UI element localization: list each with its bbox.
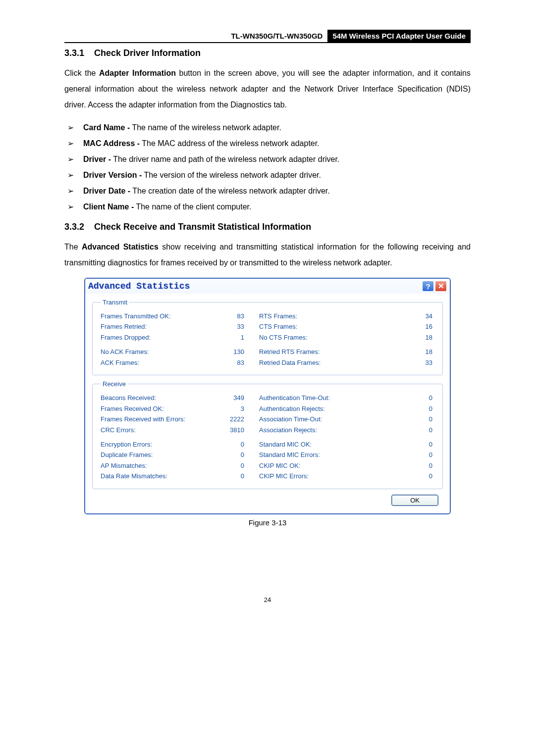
list-item: Driver - The driver name and path of the…	[66, 151, 471, 167]
stat-row: AP Mismatches:0CKIP MIC OK:0	[101, 460, 434, 471]
list-item: Driver Date - The creation date of the w…	[66, 183, 471, 199]
stat-label: AP Mismatches:	[101, 460, 224, 471]
transmit-legend: Transmit	[101, 299, 129, 306]
stat-label: Duplicate Frames:	[101, 450, 224, 460]
stat-row: Frames Received OK:3Authentication Rejec…	[101, 403, 434, 414]
bold-text: Advanced Statistics	[82, 243, 159, 251]
section-331-title: 3.3.1 Check Driver Information	[64, 48, 471, 58]
bullet-bold: Card Name -	[83, 123, 130, 132]
list-item: Driver Version - The version of the wire…	[66, 167, 471, 183]
stat-value: 3	[224, 403, 259, 414]
stat-label: Association Rejects:	[259, 425, 378, 435]
dialog-title: Advanced Statistics	[88, 281, 421, 291]
section-331-para: Click the Adapter Information button in …	[64, 65, 471, 113]
stat-value: 33	[224, 321, 259, 332]
bullet-text: The driver name and path of the wireless…	[111, 155, 339, 163]
text: The	[64, 243, 82, 251]
stat-label: No CTS Frames:	[259, 332, 378, 343]
section-332-para: The Advanced Statistics show receiving a…	[64, 239, 471, 271]
stat-row: Encryption Errors:0Standard MIC OK:0	[101, 439, 434, 450]
bullet-bold: MAC Address -	[83, 139, 140, 148]
bullet-text: The version of the wireless network adap…	[142, 171, 321, 179]
stat-label: Retried RTS Frames:	[259, 347, 378, 357]
stat-value: 0	[224, 460, 259, 471]
stat-row: ACK Frames:83Retried Data Frames:33	[101, 357, 434, 368]
stat-value: 1	[224, 332, 259, 343]
page-number: 24	[64, 596, 471, 604]
stat-row: Frames Dropped:1No CTS Frames:18	[101, 332, 434, 343]
stat-value: 0	[224, 471, 259, 481]
stat-label: Association Time-Out:	[259, 414, 378, 424]
stat-value: 0	[378, 450, 434, 460]
stat-label: Data Rate Mismatches:	[101, 471, 224, 481]
header-right-text: 54M Wireless PCI Adapter User Guide	[327, 30, 471, 42]
stat-row: No ACK Frames:130Retried RTS Frames:18	[101, 347, 434, 357]
bullet-bold: Driver Date -	[83, 187, 130, 195]
stat-label: Encryption Errors:	[101, 439, 224, 450]
stat-value: 0	[378, 425, 434, 435]
stat-value: 34	[378, 311, 434, 321]
bullet-bold: Driver Version -	[83, 171, 142, 179]
stat-value: 130	[224, 347, 259, 357]
bullet-text: The MAC address of the wireless network …	[140, 139, 320, 148]
receive-group: Receive Beacons Received:349Authenticati…	[92, 380, 443, 489]
stat-label: CKIP MIC Errors:	[259, 471, 378, 481]
stat-value: 0	[378, 460, 434, 471]
stat-value: 3810	[224, 425, 259, 435]
bullet-bold: Driver -	[83, 155, 111, 163]
stat-label: Frames Retried:	[101, 321, 224, 332]
help-icon[interactable]: ?	[422, 281, 434, 292]
stat-label: Frames Transmitted OK:	[101, 311, 224, 321]
stat-label: RTS Frames:	[259, 311, 378, 321]
stat-label: CTS Frames:	[259, 321, 378, 332]
stat-label: Retried Data Frames:	[259, 357, 378, 368]
list-item: Client Name - The name of the client com…	[66, 199, 471, 215]
advanced-statistics-dialog: Advanced Statistics ? ✕ Transmit Frames …	[84, 278, 451, 514]
stat-label: Standard MIC OK:	[259, 439, 378, 450]
section-331-bullets: Card Name - The name of the wireless net…	[64, 120, 471, 215]
close-icon[interactable]: ✕	[435, 281, 447, 292]
stat-value: 0	[378, 403, 434, 414]
stat-row: Frames Transmitted OK:83RTS Frames:34	[101, 311, 434, 321]
stat-value: 83	[224, 311, 259, 321]
dialog-titlebar: Advanced Statistics ? ✕	[85, 279, 450, 294]
stat-row: CRC Errors:3810Association Rejects:0	[101, 425, 434, 435]
stat-label: Authentication Time-Out:	[259, 393, 378, 403]
stat-value: 0	[378, 439, 434, 450]
stat-label: No ACK Frames:	[101, 347, 224, 357]
list-item: Card Name - The name of the wireless net…	[66, 120, 471, 136]
dialog-body: Transmit Frames Transmitted OK:83RTS Fra…	[85, 294, 450, 513]
stat-label: CKIP MIC OK:	[259, 460, 378, 471]
section-num: 3.3.1	[64, 48, 84, 58]
stat-label: Frames Dropped:	[101, 332, 224, 343]
stat-value: 0	[224, 450, 259, 460]
stat-row: Beacons Received:349Authentication Time-…	[101, 393, 434, 403]
section-332-title: 3.3.2 Check Receive and Transmit Statist…	[64, 222, 471, 232]
bold-text: Adapter Information	[99, 69, 176, 77]
stat-value: 0	[378, 393, 434, 403]
stat-value: 349	[224, 393, 259, 403]
header-left-text: TL-WN350G/TL-WN350GD	[64, 30, 327, 42]
list-item: MAC Address - The MAC address of the wir…	[66, 136, 471, 151]
bullet-bold: Client Name -	[83, 202, 134, 211]
figure-caption: Figure 3-13	[64, 518, 471, 527]
stat-label: ACK Frames:	[101, 357, 224, 368]
text: Click the	[64, 69, 99, 77]
ok-button[interactable]: OK	[392, 495, 438, 505]
stat-value: 0	[224, 439, 259, 450]
section-text: Check Driver Information	[94, 48, 201, 58]
stat-row: Frames Received with Errors:2222Associat…	[101, 414, 434, 424]
stat-row: Frames Retried:33CTS Frames:16	[101, 321, 434, 332]
stat-label: Standard MIC Errors:	[259, 450, 378, 460]
stat-value: 83	[224, 357, 259, 368]
stat-label: Frames Received with Errors:	[101, 414, 224, 424]
stat-value: 0	[378, 414, 434, 424]
page-header: TL-WN350G/TL-WN350GD 54M Wireless PCI Ad…	[64, 30, 471, 43]
stat-value: 18	[378, 347, 434, 357]
stat-row: Duplicate Frames:0Standard MIC Errors:0	[101, 450, 434, 460]
stat-value: 33	[378, 357, 434, 368]
stat-label: Beacons Received:	[101, 393, 224, 403]
bullet-text: The creation date of the wireless networ…	[130, 187, 330, 195]
stat-value: 16	[378, 321, 434, 332]
stat-label: Frames Received OK:	[101, 403, 224, 414]
